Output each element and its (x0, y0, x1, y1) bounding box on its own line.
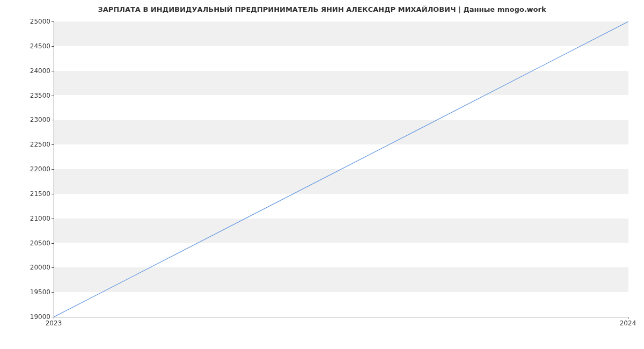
y-tick-mark (52, 96, 54, 96)
x-tick-label: 2024 (620, 319, 636, 327)
chart-title: ЗАРПЛАТА В ИНДИВИДУАЛЬНЫЙ ПРЕДПРИНИМАТЕЛ… (0, 5, 644, 13)
y-tick-label: 24000 (2, 67, 50, 75)
y-tick-mark (52, 292, 54, 293)
y-tick-label: 22500 (2, 141, 50, 148)
y-tick-label: 19500 (2, 288, 50, 296)
y-tick-mark (52, 267, 54, 268)
x-tick-label: 2023 (46, 319, 62, 327)
y-tick-label: 23000 (2, 116, 50, 123)
y-tick-mark (52, 144, 54, 145)
y-tick-label: 23500 (2, 92, 50, 99)
y-tick-label: 20500 (2, 239, 50, 247)
plot-area (54, 21, 628, 317)
y-tick-label: 21000 (2, 215, 50, 222)
y-tick-label: 19000 (2, 313, 50, 321)
x-tick-mark (628, 317, 628, 319)
y-tick-mark (52, 46, 54, 47)
y-tick-mark (52, 243, 54, 244)
y-tick-mark (52, 71, 54, 71)
y-tick-label: 21500 (2, 190, 50, 198)
y-tick-label: 20000 (2, 264, 50, 271)
y-tick-mark (52, 21, 54, 22)
y-tick-mark (52, 169, 54, 170)
x-tick-mark (54, 317, 54, 319)
y-tick-mark (52, 120, 54, 120)
y-tick-label: 22000 (2, 165, 50, 173)
series-line (54, 21, 628, 317)
line-series-svg (54, 21, 628, 317)
y-tick-mark (52, 194, 54, 194)
y-tick-mark (52, 219, 54, 219)
y-tick-label: 24500 (2, 42, 50, 50)
chart-container: ЗАРПЛАТА В ИНДИВИДУАЛЬНЫЙ ПРЕДПРИНИМАТЕЛ… (0, 0, 644, 349)
y-tick-label: 25000 (2, 18, 50, 25)
